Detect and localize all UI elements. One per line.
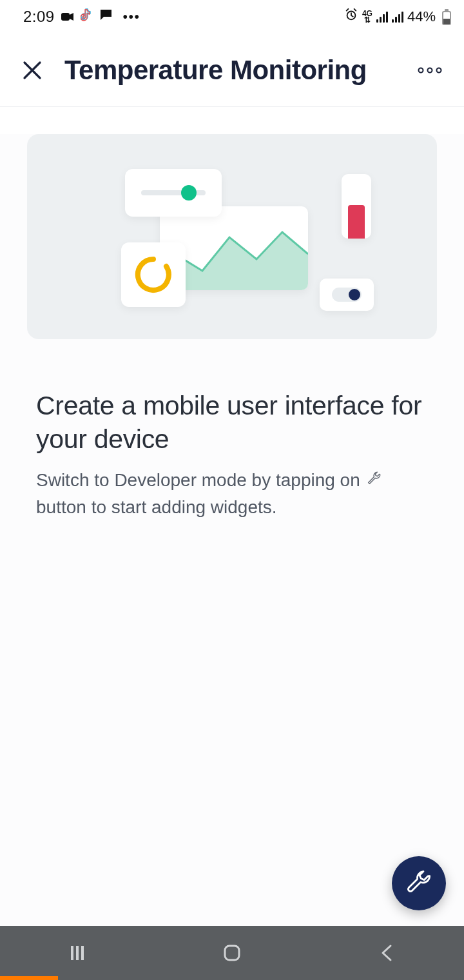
alarm-icon <box>344 8 358 26</box>
close-icon <box>21 59 44 82</box>
back-icon <box>379 943 394 963</box>
content-area: Create a mobile user interface for your … <box>0 134 464 953</box>
tiktok-icon <box>81 8 92 25</box>
page-title: Temperature Monitoring <box>46 55 414 86</box>
svg-point-3 <box>428 68 432 72</box>
illustration-toggle-widget <box>320 279 374 311</box>
instruction-text-after: button to start adding widgets. <box>36 497 277 517</box>
svg-rect-8 <box>225 946 239 960</box>
more-button[interactable] <box>414 56 446 84</box>
wrench-inline-icon <box>365 469 382 494</box>
instruction-text-before: Switch to Developer mode by tapping on <box>36 470 365 490</box>
illustration-slider-widget <box>125 169 222 217</box>
developer-mode-fab[interactable] <box>392 856 446 910</box>
illustration-gauge-widget <box>121 242 186 307</box>
svg-rect-5 <box>71 946 73 960</box>
signal-bars-2-icon <box>392 11 403 23</box>
nav-home-button[interactable] <box>193 937 271 969</box>
more-icon <box>418 67 442 74</box>
app-header: Temperature Monitoring <box>0 34 464 107</box>
nav-recents-button[interactable] <box>39 937 116 969</box>
instruction-text: Switch to Developer mode by tapping on b… <box>0 456 464 519</box>
status-bar: 2:09 ••• 4G⇅ 44% <box>0 0 464 34</box>
headline-text: Create a mobile user interface for your … <box>0 339 464 456</box>
network-type: 4G⇅ <box>362 10 372 23</box>
status-left: 2:09 ••• <box>23 8 140 26</box>
android-nav-bar <box>0 926 464 980</box>
svg-point-4 <box>437 68 441 72</box>
svg-rect-0 <box>61 13 70 21</box>
svg-rect-7 <box>81 946 84 960</box>
signal-bars-1-icon <box>376 11 388 23</box>
more-notifications-icon: ••• <box>119 10 140 24</box>
chat-icon <box>99 8 113 25</box>
home-icon <box>222 943 242 963</box>
illustration-bar-widget <box>342 174 371 239</box>
recents-icon <box>68 944 86 962</box>
svg-rect-6 <box>76 946 79 960</box>
status-right: 4G⇅ 44% <box>344 8 451 26</box>
nav-indicator <box>0 976 58 980</box>
nav-back-button[interactable] <box>348 937 425 969</box>
close-button[interactable] <box>18 56 46 84</box>
status-time: 2:09 <box>23 8 55 26</box>
battery-percent: 44% <box>407 8 436 25</box>
svg-point-2 <box>419 68 423 72</box>
camera-icon <box>61 8 74 25</box>
battery-icon <box>442 9 451 25</box>
wrench-icon <box>405 870 432 897</box>
hero-illustration <box>27 134 437 339</box>
